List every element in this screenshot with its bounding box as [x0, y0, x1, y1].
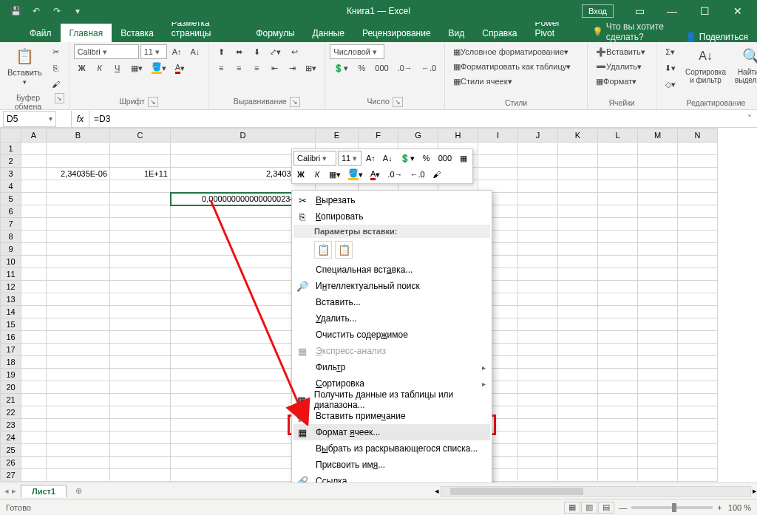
row-header[interactable]: 27	[1, 469, 21, 482]
cell[interactable]	[110, 457, 171, 469]
ctx-smart-lookup[interactable]: 🔎Интеллектуальный поиск	[293, 278, 490, 294]
cell[interactable]	[558, 168, 598, 180]
cell[interactable]	[47, 306, 110, 318]
cell[interactable]	[638, 444, 678, 457]
column-header[interactable]: J	[518, 129, 558, 143]
cell[interactable]	[47, 180, 110, 193]
cell[interactable]	[678, 419, 718, 432]
cell[interactable]	[678, 344, 718, 356]
cell[interactable]	[558, 205, 598, 218]
row-header[interactable]: 9	[1, 243, 21, 256]
cell[interactable]	[47, 256, 110, 268]
dialog-launcher-icon[interactable]: ↘	[55, 93, 64, 103]
cell[interactable]	[558, 193, 598, 205]
cell[interactable]	[518, 205, 558, 218]
cell[interactable]	[558, 469, 598, 482]
cell[interactable]	[638, 168, 678, 180]
row-header[interactable]: 8	[1, 231, 21, 243]
ctx-insert[interactable]: Вставить...	[293, 294, 490, 310]
cell[interactable]	[47, 205, 110, 218]
cell[interactable]	[21, 394, 47, 406]
cell[interactable]	[518, 293, 558, 306]
paste-option-default-icon[interactable]: 📋	[314, 241, 332, 259]
cell[interactable]	[598, 231, 638, 243]
row-header[interactable]: 7	[1, 218, 21, 231]
format-painter-icon[interactable]: 🖌	[48, 77, 64, 92]
ctx-copy[interactable]: ⎘Копировать	[293, 208, 490, 225]
cell[interactable]	[21, 406, 47, 419]
cell[interactable]	[638, 193, 678, 205]
cell[interactable]	[110, 369, 171, 381]
cell[interactable]	[638, 344, 678, 356]
mini-inc-decimal-icon[interactable]: .0→	[384, 167, 405, 182]
row-header[interactable]: 5	[1, 193, 21, 205]
cell[interactable]	[678, 406, 718, 419]
cell[interactable]	[47, 444, 110, 457]
tab-help[interactable]: Справка	[473, 24, 526, 42]
cell[interactable]	[21, 432, 47, 444]
font-name-combo[interactable]: Calibri▾	[74, 44, 139, 59]
cell[interactable]	[47, 293, 110, 306]
column-header[interactable]: M	[638, 129, 678, 143]
cell[interactable]	[21, 180, 47, 193]
row-header[interactable]: 14	[1, 306, 21, 318]
cell[interactable]	[638, 205, 678, 218]
row-header[interactable]: 2	[1, 155, 21, 168]
ctx-insert-comment[interactable]: 💬Вставить примечание	[293, 408, 490, 424]
column-header[interactable]: C	[110, 129, 171, 143]
cell[interactable]	[21, 306, 47, 318]
tab-formulas[interactable]: Формулы	[247, 24, 303, 42]
cell[interactable]	[558, 318, 598, 331]
column-header[interactable]: K	[558, 129, 598, 143]
cell[interactable]	[638, 293, 678, 306]
cell[interactable]	[678, 331, 718, 344]
tab-data[interactable]: Данные	[304, 24, 353, 42]
cell[interactable]	[558, 394, 598, 406]
conditional-formatting-button[interactable]: ▦ Условное форматирование ▾	[449, 44, 583, 59]
column-header[interactable]: H	[438, 129, 478, 143]
cell[interactable]	[518, 243, 558, 256]
name-box[interactable]: D5▾	[3, 111, 56, 127]
cell[interactable]	[598, 193, 638, 205]
cell[interactable]	[638, 356, 678, 369]
cell[interactable]	[638, 218, 678, 231]
cell[interactable]	[558, 406, 598, 419]
cell[interactable]	[638, 155, 678, 168]
cell[interactable]	[558, 268, 598, 281]
paste-button[interactable]: 📋 Вставить ▾	[4, 44, 45, 87]
cell[interactable]	[47, 369, 110, 381]
cell[interactable]	[518, 419, 558, 432]
cell[interactable]	[110, 180, 171, 193]
indent-increase-icon[interactable]: ⇥	[284, 61, 300, 75]
mini-accounting-icon[interactable]: 💲▾	[397, 151, 418, 166]
cell[interactable]	[598, 381, 638, 394]
cell[interactable]	[110, 318, 171, 331]
cell[interactable]	[110, 331, 171, 344]
row-header[interactable]: 22	[1, 406, 21, 419]
mini-shrink-font-icon[interactable]: A↓	[380, 151, 396, 166]
cell[interactable]	[518, 306, 558, 318]
cell[interactable]	[598, 419, 638, 432]
cell[interactable]	[518, 193, 558, 205]
comma-format-icon[interactable]: 000	[371, 61, 392, 75]
tab-home[interactable]: Главная	[61, 24, 112, 42]
cell[interactable]	[558, 281, 598, 293]
cell[interactable]	[21, 419, 47, 432]
mini-comma-icon[interactable]: 000	[435, 151, 455, 166]
cell[interactable]	[21, 369, 47, 381]
row-header[interactable]: 19	[1, 369, 21, 381]
column-header[interactable]: A	[21, 129, 47, 143]
cell[interactable]	[638, 256, 678, 268]
cell[interactable]	[638, 306, 678, 318]
cell[interactable]	[598, 155, 638, 168]
cell[interactable]	[110, 306, 171, 318]
cell[interactable]	[558, 419, 598, 432]
tab-view[interactable]: Вид	[440, 24, 474, 42]
cell[interactable]	[598, 394, 638, 406]
cell[interactable]	[518, 457, 558, 469]
font-color-icon[interactable]: A▾	[172, 61, 189, 75]
horizontal-scrollbar[interactable]	[441, 486, 751, 497]
cell[interactable]	[47, 318, 110, 331]
cell[interactable]	[21, 256, 47, 268]
cell[interactable]	[638, 369, 678, 381]
